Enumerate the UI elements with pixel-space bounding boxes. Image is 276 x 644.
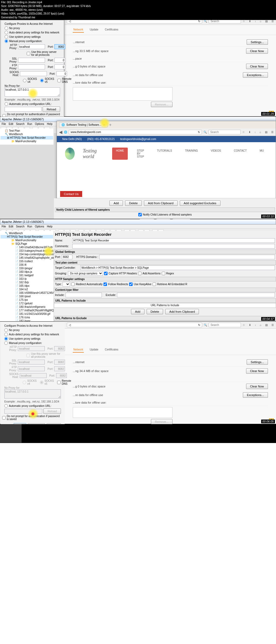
grouping-select[interactable]: Do not group samplers	[68, 271, 103, 276]
exceptions-button[interactable]: Exceptions...	[243, 392, 268, 398]
tree-recorder[interactable]: HTTP(S) Test Script Recorder	[1, 235, 53, 238]
tree-sample[interactable]: 📄 153 /category/must-learn/sql-for-teste…	[1, 249, 53, 253]
menu-file[interactable]: File	[2, 225, 6, 228]
back-icon[interactable]: ◀	[59, 130, 62, 135]
tree-recorder[interactable]: ⊞ HTTP(S) Test Script Recorder	[1, 136, 53, 139]
keepalive-checkbox[interactable]	[129, 282, 133, 286]
star-icon[interactable]: ☆	[243, 323, 245, 326]
socks-port-input[interactable]	[56, 71, 67, 76]
tree-sample[interactable]: 📄 172 /getuid	[1, 302, 53, 305]
socks-proxy-input[interactable]	[20, 71, 47, 76]
menu-icon[interactable]: ☰	[271, 131, 274, 134]
exceptions-button[interactable]: Exceptions...	[243, 72, 268, 78]
add-button[interactable]: Add	[109, 200, 123, 206]
type-select[interactable]	[63, 282, 70, 287]
notify-checkbox[interactable]	[138, 213, 142, 216]
follow-checkbox[interactable]	[104, 282, 107, 286]
tree-sqlpage[interactable]: 📁 SQLPage	[1, 242, 53, 246]
menu-options[interactable]: Options	[35, 225, 44, 228]
browser-tab[interactable]: 🌐Software Testing | Software...✕	[59, 122, 108, 127]
nav-step[interactable]: STEP BY STEP	[133, 148, 148, 160]
clear-now-button[interactable]: Clear Now	[246, 48, 268, 54]
sites-list[interactable]	[73, 407, 172, 418]
name-input[interactable]	[72, 238, 275, 243]
download-icon[interactable]: ↓	[255, 323, 256, 326]
tree-sample[interactable]: 📄 162 /b/p	[1, 281, 53, 284]
tree-sample[interactable]: 📄 163 /p	[1, 277, 53, 281]
manual-proxy-radio[interactable]	[5, 39, 8, 43]
tree-sample[interactable]: 📄 168 /pixel	[1, 295, 53, 298]
add-button[interactable]: Add	[131, 309, 144, 314]
delete-button[interactable]: Delete	[125, 200, 142, 206]
system-proxy-radio[interactable]	[4, 337, 8, 340]
retrieve-checkbox[interactable]	[153, 282, 156, 286]
menu-edit[interactable]: Edit	[9, 225, 13, 228]
url-exclude-list[interactable]: URL Patterns to Exclude	[54, 321, 276, 321]
tree-sample[interactable]: 📄 180 /track/cmf/generic	[1, 305, 53, 309]
auto-url-radio[interactable]	[5, 102, 8, 106]
remote-dns-checkbox[interactable]	[57, 79, 61, 82]
nav-home[interactable]: HOME	[112, 148, 128, 160]
no-prompt-checkbox[interactable]	[2, 416, 6, 420]
port-input[interactable]	[62, 255, 73, 259]
exclude-input[interactable]	[117, 293, 275, 297]
nav-contact[interactable]: CONTACT	[230, 148, 251, 160]
menu-options[interactable]: Options	[35, 122, 44, 125]
socks5-radio[interactable]	[40, 79, 44, 82]
ftp-proxy-input[interactable]	[18, 64, 45, 69]
capture-checkbox[interactable]	[104, 272, 108, 275]
tab-certs[interactable]: Certificates	[104, 347, 119, 353]
nav-tutorials[interactable]: TUTORIALS	[153, 148, 176, 160]
bookmark-icon[interactable]: ▤	[265, 323, 268, 326]
contact-us-button[interactable]: Contact Us	[60, 191, 82, 197]
auto-url-input[interactable]	[5, 107, 42, 112]
no-proxy-textarea[interactable]: localhost, 127.0.0.1	[5, 87, 60, 97]
ssl-port-input[interactable]	[54, 58, 65, 63]
pocket-icon[interactable]: ⬇	[249, 323, 251, 326]
url-bar[interactable]: ◁↻	[67, 323, 202, 327]
tree-sample[interactable]: 📄 160 /dps.js	[1, 270, 53, 274]
tab-update[interactable]: Update	[89, 27, 99, 33]
settings-button[interactable]: Settings...	[247, 359, 268, 365]
auto-url-radio[interactable]	[4, 404, 8, 408]
tree-sample[interactable]: 📄 166 /v5988/and=145371245441/0/pv=y/int…	[1, 291, 53, 295]
tree-mainfunc[interactable]: 📁 MainFunctionality	[1, 238, 53, 242]
manual-proxy-radio[interactable]	[4, 341, 8, 345]
no-proxy-radio[interactable]	[4, 328, 8, 332]
target-input[interactable]	[80, 265, 275, 270]
settings-button[interactable]: Settings...	[247, 39, 268, 45]
tree-sample[interactable]: 📄 182 /sync	[1, 319, 53, 321]
tree-sample[interactable]: 📄 161 /widget/	[1, 274, 53, 277]
tree-testplan[interactable]: 📋 Test Plan	[1, 129, 53, 132]
tree-sample[interactable]: 📄 154 /wp-content/plugins/revsliderrs-pl…	[1, 253, 53, 256]
add-clipboard-button[interactable]: Add from Clipboard	[144, 200, 178, 206]
new-tab-button[interactable]: +	[109, 122, 112, 127]
menu-icon[interactable]: ☰	[271, 20, 274, 23]
menu-run[interactable]: Run	[27, 122, 32, 125]
tree-sample[interactable]: 📄 177 /mtf/adX2NzaWVl8gjWQVM2g4ODMM	[1, 309, 53, 312]
sites-list[interactable]	[73, 87, 172, 101]
search-input[interactable]	[209, 323, 241, 327]
remove-button[interactable]: Remove...	[151, 419, 172, 424]
menu-edit[interactable]: Edit	[9, 122, 13, 125]
tree-sample[interactable]: 📄 164 /v2	[1, 288, 53, 291]
clear-now-button[interactable]: Clear Now	[246, 368, 268, 374]
tab-network[interactable]: Network	[73, 27, 84, 33]
home-icon[interactable]: ⌂	[260, 20, 261, 23]
menu-search[interactable]: Search	[16, 122, 25, 125]
download-icon[interactable]: ↓	[254, 131, 256, 134]
home-icon[interactable]: ⌂	[260, 323, 261, 326]
url-bar[interactable]: www.thetestingworld.com↻	[69, 130, 202, 134]
tree-sample[interactable]: 📄 149 /chat542/dbcme3/F7o/tr	[1, 246, 53, 249]
tree-mainfunc[interactable]: 📁 MainFunctionality	[1, 139, 53, 143]
tree-sample[interactable]: 📄 156 /tl	[1, 263, 53, 267]
pocket-icon[interactable]: ⬇	[249, 20, 251, 23]
tab-close-icon[interactable]: ✕	[103, 123, 105, 126]
remote-dns-checkbox[interactable]	[57, 381, 61, 384]
tree-sample[interactable]: 📄 175 /px	[1, 298, 53, 302]
menu-help[interactable]: Help	[47, 225, 53, 228]
star-icon[interactable]: ☆	[243, 20, 245, 23]
bookmark-icon[interactable]: ▤	[265, 20, 268, 23]
tree-sample[interactable]: 📄 159 /pinga/	[1, 267, 53, 270]
tree-sample[interactable]: 📄 165 /dpx	[1, 284, 53, 288]
